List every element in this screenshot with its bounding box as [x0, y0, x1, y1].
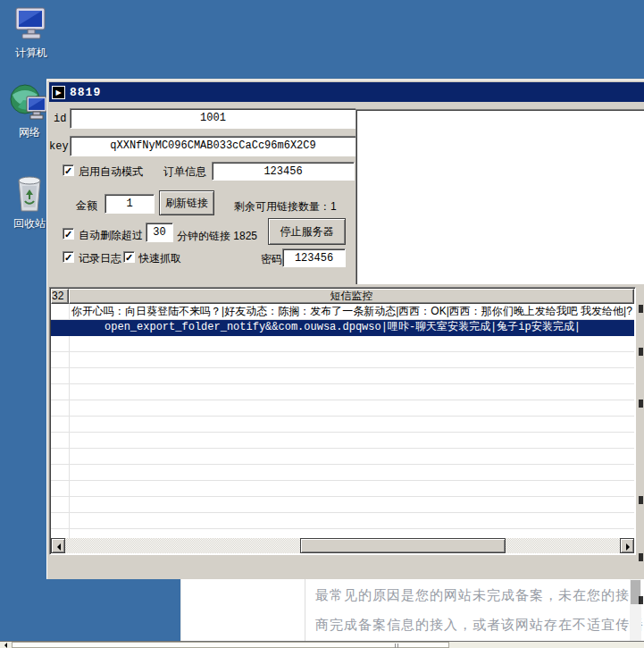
computer-icon [12, 4, 51, 44]
list-body: 你开心吗：向日葵登陆不来吗？|好友动态：陈搁：发布了一条新动态|西西：OK|西西… [51, 304, 634, 538]
auto-mode-checkbox[interactable]: ✓ [63, 164, 74, 176]
desktop-icon-label: 计算机 [5, 46, 57, 61]
amount-label: 金额 [76, 198, 97, 214]
grip-icon [395, 644, 400, 648]
fast-grab-label: 快速抓取 [138, 251, 181, 266]
output-panel [355, 109, 644, 284]
scroll-thumb[interactable] [12, 642, 449, 648]
page-vertical-scrollbar[interactable] [630, 579, 641, 641]
remaining-links-label: 剩余可用链接数量：1 [234, 199, 337, 215]
app-icon: ▶ [52, 86, 65, 99]
log-label: 记录日志 [79, 251, 121, 266]
order-info-input[interactable]: 123456 [212, 162, 355, 181]
network-icon [7, 82, 52, 123]
page-text-line2: 商完成备案信息的接入，或者该网站存在不适宜传播 [315, 617, 644, 634]
right-arrow-icon [626, 543, 633, 551]
column-header-sms-monitor[interactable]: 短信监控 [69, 289, 634, 304]
clipped-content [637, 292, 644, 551]
order-info-label: 订单信息 [163, 164, 206, 180]
log-checkbox[interactable]: ✓ [63, 251, 74, 263]
column-header-index[interactable]: 32 [51, 289, 69, 304]
sms-monitor-list: 32 短信监控 你开心吗：向日葵登陆不来吗？|好友动态：陈搁：发布了一条新动态|… [49, 287, 636, 555]
stop-server-button[interactable]: 停止服务器 [268, 218, 346, 245]
minutes-input[interactable]: 30 [146, 223, 173, 242]
id-label: id [54, 113, 66, 125]
scroll-left-icon[interactable] [2, 643, 7, 648]
titlebar[interactable]: ▶ 8819 [49, 82, 644, 102]
list-header: 32 短信监控 [51, 289, 634, 304]
password-input[interactable]: 123456 [282, 248, 346, 267]
desktop: 计算机 网络 回收站 最常见的原因是您的网站未完成备案，未在您的接入 商完 [0, 0, 644, 648]
page-text-line1: 最常见的原因是您的网站未完成备案，未在您的接入 [315, 587, 644, 604]
refresh-link-button[interactable]: 刷新链接 [159, 190, 214, 215]
scroll-left-button[interactable] [51, 538, 65, 553]
auto-mode-label: 启用自动模式 [79, 164, 143, 180]
window-title: 8819 [70, 86, 101, 99]
bottom-scrollbar[interactable] [0, 641, 644, 648]
auto-delete-label: 自动删除超过 [79, 228, 143, 243]
auto-delete-checkbox[interactable]: ✓ [63, 228, 74, 240]
id-input[interactable]: 1001 [70, 108, 356, 129]
left-arrow-icon [54, 543, 61, 551]
scroll-right-button[interactable] [620, 538, 634, 553]
password-label: 密码 [261, 252, 282, 267]
key-input[interactable]: qXXNfNyMC096CMAB033cCaCc96m6X2C9 [70, 136, 356, 156]
background-webpage: 最常见的原因是您的网站未完成备案，未在您的接入 商完成备案信息的接入，或者该网站… [180, 579, 644, 641]
amount-input[interactable]: 1 [105, 194, 155, 214]
list-horizontal-scrollbar[interactable] [51, 538, 634, 553]
column-divider [69, 304, 70, 538]
page-divider [305, 579, 305, 641]
minutes-suffix-label: 分钟的链接 1825 [177, 229, 257, 244]
list-row[interactable]: 你开心吗：向日葵登陆不来吗？|好友动态：陈搁：发布了一条新动态|西西：OK|西西… [51, 304, 634, 320]
desktop-icon-computer[interactable]: 计算机 [5, 4, 57, 61]
app-window-8819: ▶ 8819 id 1001 key qXXNfNyMC096CMAB033cC… [46, 79, 644, 579]
key-label: key [49, 140, 69, 153]
list-scroll-thumb[interactable] [300, 538, 506, 553]
fast-grab-checkbox[interactable]: ✓ [123, 251, 135, 263]
list-row-selected[interactable]: open_export_folder_notify&&com.ouwsa.dpq… [51, 320, 634, 336]
recycle-bin-icon [10, 172, 49, 215]
